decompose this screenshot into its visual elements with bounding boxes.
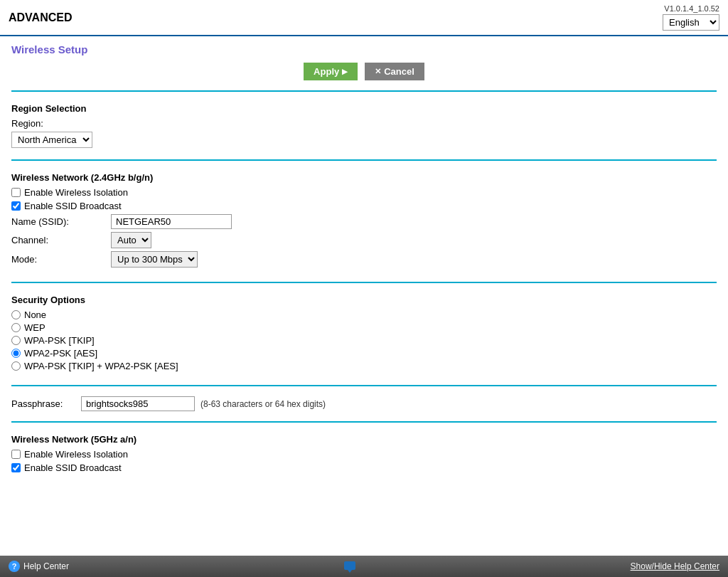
- app-title: ADVANCED: [9, 11, 72, 24]
- security-wpa2-aes-label: WPA2-PSK [AES]: [24, 348, 97, 359]
- divider-4: [11, 385, 717, 386]
- divider-2: [11, 159, 717, 161]
- main-content: Wireless Setup Apply Cancel Region Selec…: [0, 36, 728, 490]
- wireless-5-title: Wireless Network (5GHz a/n): [11, 434, 717, 445]
- enable-isolation-5-checkbox[interactable]: [11, 450, 21, 459]
- ssid-name-label: Name (SSID):: [11, 216, 111, 227]
- security-section: Security Options None WEP WPA-PSK [TKIP]…: [11, 287, 717, 381]
- cancel-button[interactable]: Cancel: [365, 63, 424, 80]
- passphrase-row: Passphrase: (8-63 characters or 64 hex d…: [11, 391, 717, 417]
- security-wep-radio[interactable]: [11, 323, 21, 332]
- top-header: ADVANCED V1.0.1.4_1.0.52 English Françai…: [0, 0, 728, 36]
- security-none-label: None: [24, 309, 46, 320]
- security-wep-row: WEP: [11, 322, 717, 333]
- passphrase-input[interactable]: [81, 396, 195, 411]
- security-wpa2-aes-radio[interactable]: [11, 349, 21, 358]
- enable-isolation-24-label: Enable Wireless Isolation: [24, 187, 128, 198]
- security-wpa-tkip-radio[interactable]: [11, 336, 21, 345]
- enable-ssid-5-row: Enable SSID Broadcast: [11, 462, 717, 473]
- channel-label: Channel:: [11, 235, 111, 245]
- channel-row: Channel: Auto 123 456 789 1011: [11, 232, 717, 248]
- channel-select-wrapper: Auto 123 456 789 1011: [111, 232, 151, 248]
- page-section-title: Wireless Setup: [11, 43, 717, 55]
- mode-label: Mode:: [11, 254, 111, 265]
- region-select-wrapper: North America Europe Asia Australia Japa…: [11, 132, 717, 148]
- enable-isolation-24-row: Enable Wireless Isolation: [11, 187, 717, 198]
- ssid-name-row: Name (SSID):: [11, 214, 717, 229]
- security-section-title: Security Options: [11, 295, 717, 305]
- region-section-title: Region Selection: [11, 103, 717, 114]
- security-wpa-tkip-row: WPA-PSK [TKIP]: [11, 335, 717, 346]
- region-select[interactable]: North America Europe Asia Australia Japa…: [11, 132, 92, 148]
- wireless-24-title: Wireless Network (2.4GHz b/g/n): [11, 172, 717, 183]
- mode-select-wrapper: Up to 54 Mbps Up to 130 Mbps Up to 300 M…: [111, 251, 198, 268]
- wireless-24-section: Wireless Network (2.4GHz b/g/n) Enable W…: [11, 165, 717, 277]
- ssid-name-input-wrapper: [111, 214, 232, 229]
- region-label: Region:: [11, 118, 111, 129]
- security-none-row: None: [11, 309, 717, 320]
- security-none-radio[interactable]: [11, 310, 21, 319]
- toolbar-row: Apply Cancel: [11, 63, 717, 80]
- header-right: V1.0.1.4_1.0.52 English Français Español…: [663, 4, 719, 31]
- security-wpa2-aes-row: WPA2-PSK [AES]: [11, 348, 717, 359]
- security-wpa-both-row: WPA-PSK [TKIP] + WPA2-PSK [AES]: [11, 361, 717, 371]
- security-wpa-both-label: WPA-PSK [TKIP] + WPA2-PSK [AES]: [24, 361, 178, 371]
- passphrase-hint: (8-63 characters or 64 hex digits): [200, 399, 326, 409]
- apply-button[interactable]: Apply: [304, 63, 358, 80]
- security-wep-label: WEP: [24, 322, 46, 333]
- wireless-5-section: Wireless Network (5GHz a/n) Enable Wirel…: [11, 427, 717, 483]
- divider-5: [11, 421, 717, 423]
- passphrase-label: Passphrase:: [11, 398, 75, 409]
- channel-select[interactable]: Auto 123 456 789 1011: [111, 232, 151, 248]
- security-wpa-both-radio[interactable]: [11, 361, 21, 371]
- enable-isolation-5-label: Enable Wireless Isolation: [24, 449, 128, 460]
- ssid-name-input[interactable]: [111, 214, 232, 229]
- enable-isolation-5-row: Enable Wireless Isolation: [11, 449, 717, 460]
- enable-ssid-24-label: Enable SSID Broadcast: [24, 201, 122, 211]
- enable-isolation-24-checkbox[interactable]: [11, 188, 21, 197]
- language-select[interactable]: English Français Español Deutsch: [663, 14, 719, 31]
- enable-ssid-5-label: Enable SSID Broadcast: [24, 462, 122, 473]
- enable-ssid-5-checkbox[interactable]: [11, 463, 21, 472]
- mode-row: Mode: Up to 54 Mbps Up to 130 Mbps Up to…: [11, 251, 717, 268]
- security-wpa-tkip-label: WPA-PSK [TKIP]: [24, 335, 95, 346]
- enable-ssid-24-checkbox[interactable]: [11, 201, 21, 211]
- divider-1: [11, 90, 717, 92]
- enable-ssid-24-row: Enable SSID Broadcast: [11, 201, 717, 211]
- region-field-row: Region:: [11, 118, 717, 129]
- region-section: Region Selection Region: North America E…: [11, 96, 717, 155]
- mode-select[interactable]: Up to 54 Mbps Up to 130 Mbps Up to 300 M…: [111, 251, 198, 268]
- version-text: V1.0.1.4_1.0.52: [664, 4, 719, 13]
- divider-3: [11, 282, 717, 283]
